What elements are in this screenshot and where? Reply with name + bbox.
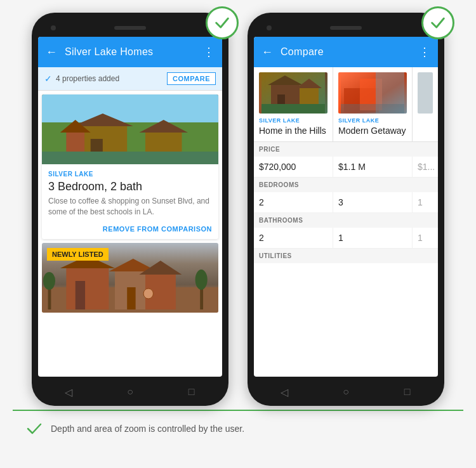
bedrooms-cell-1: 2 — [254, 192, 333, 212]
notification-check-icon: ✓ — [44, 74, 52, 84]
compare-name-2: Modern Getaway — [338, 125, 407, 136]
property-image-2: NEWLY LISTED — [42, 243, 218, 313]
bathrooms-header: BATHROOMS — [254, 213, 438, 228]
right-nav-bar: ◁ ○ □ — [254, 379, 438, 405]
price-cell-1: $720,000 — [254, 157, 333, 177]
compare-img-1 — [259, 72, 327, 114]
left-nav-bar: ◁ ○ □ — [38, 379, 222, 405]
caption-row: Depth and area of zoom is controlled by … — [13, 410, 463, 446]
bathrooms-cell-3: 1 — [413, 228, 438, 248]
svg-marker-1 — [72, 114, 133, 126]
right-back-nav[interactable]: ◁ — [278, 386, 291, 398]
left-more-icon[interactable]: ⋮ — [203, 45, 215, 59]
right-phone-screen: ← Compare ⋮ — [254, 37, 438, 377]
check-badge-left — [206, 6, 239, 39]
bedrooms-cell-2: 3 — [333, 192, 413, 212]
caption-text: Depth and area of zoom is controlled by … — [51, 424, 244, 434]
compare-table: PRICE $720,000 $1.1 M $1... BEDROOMS 2 3 — [254, 142, 438, 263]
remove-from-comparison-link[interactable]: REMOVE FROM COMPARISON — [48, 223, 212, 235]
phone-right: ← Compare ⋮ — [248, 13, 444, 406]
price-row: $720,000 $1.1 M $1... — [254, 157, 438, 178]
left-header-title: Silver Lake Homes — [65, 46, 203, 58]
svg-point-17 — [143, 289, 153, 299]
right-app-header: ← Compare ⋮ — [254, 37, 438, 67]
svg-rect-14 — [127, 287, 135, 309]
compare-img-2 — [338, 72, 407, 114]
property-card-2: NEWLY LISTED — [42, 243, 218, 313]
price-header: PRICE — [254, 142, 438, 157]
check-badge-right — [421, 6, 454, 39]
compare-properties-row: SILVER LAKE Home in the Hills — [254, 67, 438, 142]
property-location-1: SILVER LAKE — [48, 171, 212, 178]
right-back-button[interactable]: ← — [261, 46, 273, 59]
phone-left: ← Silver Lake Homes ⋮ ✓ 4 properties add… — [32, 13, 228, 406]
newly-listed-badge: NEWLY LISTED — [47, 248, 109, 261]
compare-location-1: SILVER LAKE — [259, 117, 327, 124]
right-home-nav[interactable]: ○ — [340, 386, 352, 398]
compare-col-2: SILVER LAKE Modern Getaway — [333, 67, 413, 141]
right-recent-nav[interactable]: □ — [401, 386, 414, 398]
phone-camera-left — [51, 25, 56, 30]
svg-rect-11 — [76, 281, 85, 309]
svg-marker-6 — [139, 120, 188, 133]
phone-camera-right — [267, 25, 272, 30]
property-desc-1: Close to coffee & shopping on Sunset Blv… — [48, 196, 212, 218]
left-back-nav[interactable]: ◁ — [62, 386, 75, 398]
caption-check-icon — [25, 420, 43, 438]
svg-rect-9 — [66, 268, 109, 309]
svg-rect-7 — [42, 152, 218, 164]
compare-col-1: SILVER LAKE Home in the Hills — [254, 67, 333, 141]
bedrooms-row: 2 3 1 — [254, 192, 438, 213]
svg-point-19 — [43, 272, 55, 290]
left-back-button[interactable]: ← — [46, 46, 57, 59]
left-phone-screen: ← Silver Lake Homes ⋮ ✓ 4 properties add… — [38, 37, 222, 377]
left-recent-nav[interactable]: □ — [185, 386, 198, 398]
phone-speaker-right — [330, 26, 362, 30]
phone-speaker-left — [114, 26, 146, 30]
price-cell-2: $1.1 M — [333, 157, 413, 177]
property-title-1: 3 Bedroom, 2 bath — [48, 180, 212, 193]
left-home-nav[interactable]: ○ — [124, 386, 136, 398]
right-header-title: Compare — [281, 46, 419, 58]
right-more-icon[interactable]: ⋮ — [419, 45, 430, 59]
bathrooms-row: 2 1 1 — [254, 228, 438, 249]
bathrooms-cell-1: 2 — [254, 228, 333, 248]
property-card-1: SILVER LAKE 3 Bedroom, 2 bath Close to c… — [42, 94, 218, 239]
compare-img-3 — [418, 72, 433, 114]
compare-location-2: SILVER LAKE — [338, 117, 407, 124]
bathrooms-cell-2: 1 — [333, 228, 413, 248]
compare-button[interactable]: COMPARE — [167, 72, 216, 85]
compare-col-3 — [413, 67, 438, 141]
notification-bar: ✓ 4 properties added COMPARE — [38, 67, 222, 91]
svg-point-21 — [195, 270, 208, 290]
price-cell-3: $1... — [413, 157, 438, 177]
svg-rect-28 — [261, 104, 325, 114]
utilities-header: UTILITIES — [254, 249, 438, 263]
bedrooms-header: BEDROOMS — [254, 178, 438, 192]
notification-text: 4 properties added — [56, 74, 119, 83]
bedrooms-cell-3: 1 — [413, 192, 438, 212]
left-app-header: ← Silver Lake Homes ⋮ — [38, 37, 222, 67]
compare-name-1: Home in the Hills — [259, 125, 327, 136]
property-image-1 — [42, 94, 218, 164]
svg-rect-33 — [341, 104, 404, 114]
